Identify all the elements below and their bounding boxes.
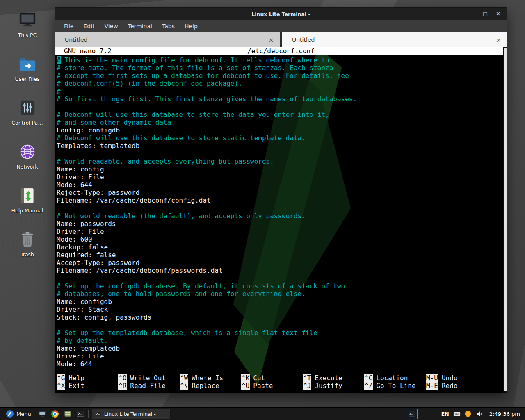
nano-file-path: /etc/debconf.conf	[55, 47, 507, 55]
shortcut-label: Undo	[442, 374, 458, 382]
tab-label: Untitled	[292, 37, 315, 43]
volume-icon[interactable]	[475, 410, 483, 418]
taskbar-window-button[interactable]: Linux Lite Terminal -	[92, 409, 171, 419]
shortcut-label: Where Is	[192, 374, 223, 382]
tab-bar: Untitled×Untitled×	[55, 32, 507, 47]
nano-editor[interactable]: GNU nano 7.2 /etc/debconf.conf # This is…	[55, 47, 507, 393]
terminal-window: Linux Lite Terminal - – ▢ ✕ FileEditView…	[55, 7, 507, 393]
nano-shortcut-justify[interactable]: ^JJustify	[303, 382, 364, 390]
terminal-line: Templates: templatedb	[57, 142, 507, 150]
terminal-line: Mode: 600	[57, 235, 507, 243]
terminal-line	[57, 204, 507, 212]
taskbar-launchers	[38, 409, 85, 418]
terminal-line: # store data. The format of this file is…	[57, 64, 507, 72]
terminal-line: Name: passwords	[57, 220, 507, 228]
nano-shortcut-execute[interactable]: ^TExecute	[303, 374, 364, 382]
scrollbar[interactable]	[503, 47, 507, 393]
menu-button[interactable]: Menu	[2, 408, 34, 420]
shortcut-key: ^X	[57, 382, 65, 390]
window-title: Linux Lite Terminal -	[55, 11, 507, 17]
tab-close-icon[interactable]: ×	[496, 36, 501, 44]
shortcut-key: ^W	[180, 374, 188, 382]
shortcut-label: Go To Line	[376, 382, 415, 390]
terminal-line: Driver: File	[57, 173, 507, 181]
taskbar-clock[interactable]: 2:49:36 pm	[487, 411, 523, 417]
desktop-icon-user-files[interactable]: User Files	[5, 55, 50, 82]
menubar: FileEditViewTerminalTabsHelp	[55, 20, 507, 32]
terminal-line	[57, 103, 507, 111]
this-pc-icon	[18, 11, 37, 30]
shortcut-label: Redo	[442, 382, 458, 390]
window-titlebar[interactable]: Linux Lite Terminal - – ▢ ✕	[55, 8, 507, 20]
shortcut-label: Location	[376, 374, 408, 382]
updates-notifier-icon[interactable]	[465, 411, 471, 417]
terminal-icon	[95, 411, 102, 417]
terminal-launcher-icon[interactable]	[76, 409, 85, 418]
desktop-icon-label: Network	[16, 164, 38, 170]
terminal-line: Name: config	[57, 165, 507, 173]
desktop-icon-label: User Files	[15, 76, 40, 82]
keyboard-language-indicator[interactable]: EN	[441, 411, 449, 417]
nano-shortcut-paste[interactable]: ^UPaste	[241, 382, 303, 390]
show-desktop-icon[interactable]	[38, 409, 47, 418]
terminal-line: Reject-Type: password	[57, 189, 507, 196]
menu-edit[interactable]: Edit	[83, 23, 94, 30]
desktop-icon-help-manual[interactable]: Help Manual	[5, 186, 50, 214]
terminal-line: # Set up the configdb database. By defau…	[57, 282, 507, 290]
desktop-icon-label: This PC	[18, 32, 37, 38]
nano-titlebar: GNU nano 7.2 /etc/debconf.conf	[55, 47, 507, 55]
desktop-icon-control-pa[interactable]: Control Pa…	[5, 98, 50, 126]
desktop-icon-list: This PCUser FilesControl Pa…NetworkHelp …	[0, 0, 55, 258]
menu-tabs[interactable]: Tabs	[162, 23, 175, 30]
terminal-tray-icon[interactable]	[406, 409, 418, 419]
terminal-content[interactable]: # This is the main config file for debco…	[55, 55, 507, 368]
terminal-line: Name: configdb	[57, 298, 507, 306]
menu-file[interactable]: File	[64, 23, 73, 30]
chromium-icon[interactable]	[50, 409, 59, 418]
taskbar: Menu Linux Lite Terminal - EN 2:	[0, 407, 525, 420]
minimize-icon[interactable]: –	[472, 8, 475, 20]
close-icon[interactable]: ✕	[496, 8, 500, 20]
menu-terminal[interactable]: Terminal	[128, 23, 152, 30]
tab-2-active[interactable]: Untitled×	[282, 32, 507, 47]
system-tray: EN 2:49:36 pm	[406, 409, 523, 419]
tab-1[interactable]: Untitled×	[55, 32, 280, 47]
shortcut-key: ^J	[303, 382, 311, 390]
keyboard-layout-icon[interactable]	[453, 411, 461, 417]
desktop-icon-this-pc[interactable]: This PC	[5, 11, 50, 38]
nano-shortcut-where-is[interactable]: ^WWhere Is	[180, 374, 241, 382]
menu-view[interactable]: View	[105, 23, 118, 30]
tab-close-icon[interactable]: ×	[269, 36, 274, 44]
desktop: This PCUser FilesControl Pa…NetworkHelp …	[0, 0, 525, 420]
maximize-icon[interactable]: ▢	[483, 8, 488, 20]
nano-shortcut-location[interactable]: ^CLocation	[364, 374, 426, 382]
file-manager-icon[interactable]	[63, 409, 72, 418]
nano-shortcut-exit[interactable]: ^XExit	[57, 382, 118, 390]
desktop-icon-label: Help Manual	[11, 208, 43, 214]
taskbar-separator	[88, 410, 89, 418]
shortcut-key: ^R	[118, 382, 127, 390]
terminal-line: Mode: 644	[57, 360, 507, 368]
nano-shortcut-undo[interactable]: M-UUndo	[426, 374, 487, 382]
nano-shortcut-cut[interactable]: ^KCut	[241, 374, 303, 382]
nano-shortcut-go-to-line[interactable]: ^/Go To Line	[364, 382, 426, 390]
terminal-line: Required: false	[57, 251, 507, 259]
desktop-icon-network[interactable]: Network	[5, 142, 50, 170]
terminal-line: Accept-Type: password	[57, 259, 507, 267]
text-cursor: #	[57, 56, 61, 64]
taskbar-window-label: Linux Lite Terminal -	[104, 411, 156, 417]
nano-shortcut-redo[interactable]: M-ERedo	[426, 382, 487, 390]
control-panel-icon	[18, 98, 37, 117]
nano-shortcut-replace[interactable]: ^\Replace	[180, 382, 241, 390]
desktop-icon-trash[interactable]: Trash	[5, 230, 50, 258]
nano-shortcut-read-file[interactable]: ^RRead File	[118, 382, 180, 390]
terminal-line: Backup: false	[57, 243, 507, 251]
nano-shortcut-write-out[interactable]: ^OWrite Out	[118, 374, 180, 382]
shortcut-label: Paste	[253, 382, 273, 390]
scrollbar-thumb[interactable]	[504, 48, 507, 391]
shortcut-key: ^G	[57, 374, 65, 382]
nano-shortcut-help[interactable]: ^GHelp	[57, 374, 118, 382]
shortcut-key: ^O	[118, 374, 127, 382]
terminal-line: # Debconf will use this database to stor…	[57, 134, 507, 142]
menu-help[interactable]: Help	[185, 23, 198, 30]
